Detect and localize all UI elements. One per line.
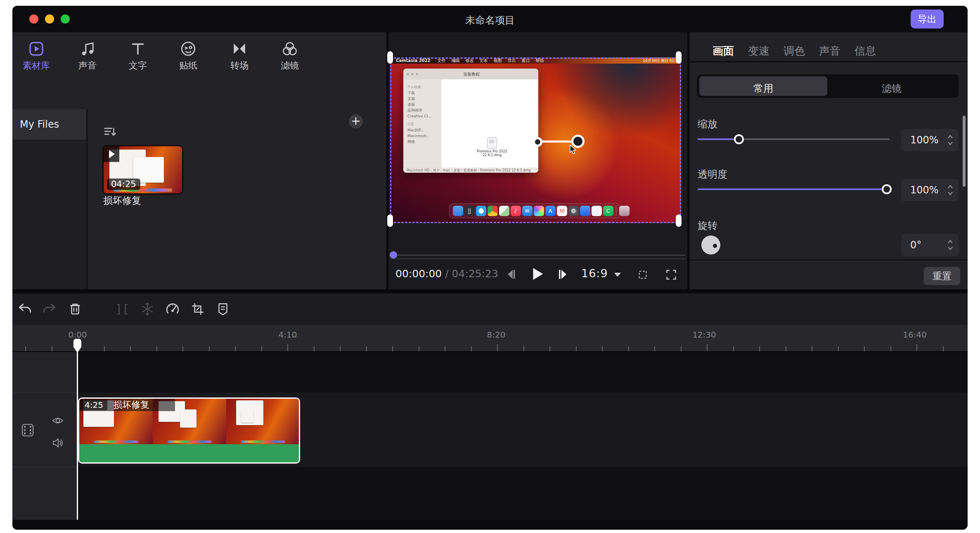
tab-audio[interactable]: 声音	[819, 44, 840, 58]
ruler-tick	[707, 344, 708, 351]
media-panel: 素材库 声音 文字 贴纸 转场 滤镜 My Files	[12, 32, 386, 289]
preview-scrubber[interactable]	[390, 255, 685, 256]
nav-audio[interactable]: 声音	[68, 40, 107, 72]
nav-label: 滤镜	[270, 59, 310, 72]
scale-slider-knob[interactable]	[734, 134, 744, 144]
ruler-tick	[366, 346, 367, 351]
next-frame-button[interactable]	[556, 268, 570, 281]
close-button[interactable]	[29, 14, 38, 24]
crop-icon	[190, 302, 205, 316]
opacity-value-field[interactable]: 100%	[901, 179, 959, 201]
ruler-tick	[864, 346, 865, 351]
ruler-tick	[287, 344, 288, 351]
scale-value-field[interactable]: 100%	[901, 129, 959, 151]
play-button[interactable]	[529, 266, 545, 282]
fullscreen-button[interactable]	[665, 269, 677, 281]
add-media-button[interactable]: +	[349, 114, 363, 128]
rotation-value-field[interactable]: 0°	[901, 234, 959, 256]
aspect-ratio-dropdown[interactable]: 16:9	[581, 267, 608, 280]
opacity-slider-knob[interactable]	[882, 184, 892, 194]
corner-handle-tl[interactable]	[387, 51, 393, 64]
marker-button[interactable]	[213, 299, 233, 319]
text-icon	[130, 40, 146, 57]
segment-filter-label[interactable]: 滤镜	[827, 82, 956, 95]
nav-filters[interactable]: 滤镜	[270, 40, 310, 72]
inspector-scrollbar[interactable]	[963, 116, 966, 187]
ruler-label: 0:00	[59, 330, 96, 340]
zoom-button[interactable]	[61, 14, 70, 24]
ruler-tick	[52, 346, 52, 351]
delete-button[interactable]	[65, 299, 85, 319]
undo-button[interactable]	[15, 299, 35, 319]
stepper-icon[interactable]	[947, 238, 954, 252]
ruler-tick	[523, 346, 524, 351]
nav-label: 文字	[118, 59, 158, 72]
ruler-tick	[838, 346, 839, 351]
ruler-label: 8:20	[478, 330, 515, 340]
nav-label: 声音	[68, 59, 107, 72]
minimize-button[interactable]	[45, 14, 54, 24]
tab-info[interactable]: 信息	[855, 44, 876, 58]
ruler-tick	[628, 346, 629, 351]
filmstrip-icon	[21, 423, 35, 437]
anchor-handle[interactable]	[533, 137, 542, 147]
ruler-tick	[209, 346, 210, 351]
freeze-frame-button[interactable]	[137, 299, 157, 319]
corner-handle-br[interactable]	[676, 214, 682, 227]
ruler-tick	[471, 346, 472, 351]
media-folder-sidebar: My Files	[12, 109, 88, 289]
ruler-tick	[392, 346, 393, 351]
rotation-knob[interactable]	[701, 236, 720, 255]
timeline-ruler[interactable]: 0:004:108:2012:3016:40	[12, 325, 968, 352]
chevron-down-icon[interactable]	[614, 273, 621, 277]
stepper-icon[interactable]	[947, 183, 954, 197]
opacity-label: 透明度	[698, 168, 727, 181]
corner-handle-tr[interactable]	[676, 51, 682, 64]
clip-audio-waveform	[79, 444, 299, 462]
nav-stickers[interactable]: 贴纸	[168, 40, 208, 72]
reset-button[interactable]: 重置	[924, 267, 960, 285]
export-button[interactable]: 导出	[911, 10, 944, 29]
segment-common-label[interactable]: 常用	[699, 82, 827, 95]
playhead-line[interactable]	[77, 352, 78, 520]
tab-color[interactable]: 调色	[784, 44, 805, 58]
inspector-footer-divider	[689, 259, 968, 260]
ruler-tick	[733, 346, 734, 351]
prev-frame-button[interactable]	[504, 268, 518, 281]
tab-picture[interactable]: 画面	[713, 44, 734, 58]
timeline-clip[interactable]: 4:25 损坏修复	[78, 397, 300, 464]
crop-button[interactable]	[188, 299, 208, 319]
split-button[interactable]: ][	[112, 299, 132, 319]
ruler-tick	[130, 346, 131, 351]
ruler-tick	[497, 344, 498, 351]
ruler-tick	[916, 344, 917, 351]
timeline-toolbar: ][ –	[12, 293, 968, 325]
preview-scrubber-groove	[390, 258, 685, 259]
speed-button[interactable]	[163, 299, 182, 319]
nav-media-library[interactable]: 素材库	[17, 40, 56, 72]
folder-my-files[interactable]: My Files	[12, 109, 86, 140]
track-divider	[12, 467, 78, 467]
tab-speed[interactable]: 变速	[748, 44, 769, 58]
rotation-knob-dot	[713, 244, 717, 248]
track-visibility-toggle[interactable]	[52, 415, 64, 426]
nav-transitions[interactable]: 转场	[220, 40, 259, 72]
track-mute-toggle[interactable]	[52, 437, 64, 449]
track-divider	[12, 393, 78, 393]
sort-icon[interactable]	[102, 124, 118, 140]
ruler-tick	[25, 346, 26, 351]
trash-icon	[68, 302, 83, 316]
clip-duration-badge: 4:25	[80, 400, 107, 410]
redo-button[interactable]	[40, 299, 59, 319]
app-window: 未命名项目 导出 素材库 声音 文字 贴纸 转场 滤镜	[12, 6, 968, 530]
media-item-thumbnail[interactable]: 04:25	[102, 145, 183, 195]
marker-icon	[215, 302, 230, 316]
stepper-icon[interactable]	[947, 133, 954, 147]
canvas-fit-button[interactable]	[637, 269, 649, 281]
ruler-tick	[786, 346, 786, 351]
corner-handle-bl[interactable]	[387, 214, 393, 227]
filter-icon	[282, 40, 298, 57]
ruler-tick	[681, 346, 682, 351]
scrubber-playhead[interactable]	[390, 251, 397, 259]
nav-text[interactable]: 文字	[118, 40, 158, 72]
